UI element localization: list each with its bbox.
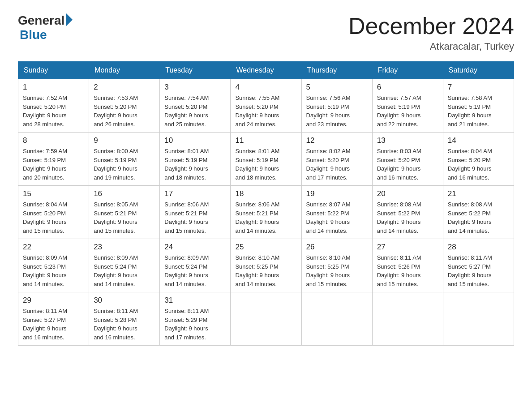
column-header-saturday: Saturday <box>443 62 514 79</box>
day-info: Sunrise: 8:09 AMSunset: 5:23 PMDaylight:… <box>23 253 84 288</box>
day-info: Sunrise: 7:53 AMSunset: 5:20 PMDaylight:… <box>94 94 155 128</box>
calendar-cell: 26Sunrise: 8:10 AMSunset: 5:25 PMDayligh… <box>301 239 372 292</box>
calendar-cell: 13Sunrise: 8:03 AMSunset: 5:20 PMDayligh… <box>372 133 443 186</box>
column-header-sunday: Sunday <box>18 62 89 79</box>
column-header-monday: Monday <box>89 62 160 79</box>
day-info: Sunrise: 8:01 AMSunset: 5:19 PMDaylight:… <box>235 147 296 182</box>
day-info: Sunrise: 7:58 AMSunset: 5:19 PMDaylight:… <box>448 94 509 128</box>
day-number: 28 <box>448 243 509 252</box>
day-info: Sunrise: 7:54 AMSunset: 5:20 PMDaylight:… <box>164 94 226 128</box>
day-info: Sunrise: 7:56 AMSunset: 5:19 PMDaylight:… <box>306 94 368 128</box>
day-info: Sunrise: 8:08 AMSunset: 5:22 PMDaylight:… <box>448 200 509 235</box>
calendar-cell <box>372 292 443 346</box>
day-info: Sunrise: 8:10 AMSunset: 5:25 PMDaylight:… <box>235 253 296 288</box>
calendar-cell: 23Sunrise: 8:09 AMSunset: 5:24 PMDayligh… <box>89 239 160 292</box>
calendar-table: SundayMondayTuesdayWednesdayThursdayFrid… <box>18 61 514 346</box>
logo-general-text: General <box>18 13 64 28</box>
day-info: Sunrise: 8:06 AMSunset: 5:21 PMDaylight:… <box>164 200 226 235</box>
day-number: 30 <box>94 296 155 305</box>
day-number: 13 <box>377 136 438 145</box>
logo-text: General <box>18 13 73 28</box>
day-number: 27 <box>377 243 438 252</box>
calendar-cell: 21Sunrise: 8:08 AMSunset: 5:22 PMDayligh… <box>443 186 514 239</box>
location-text: Atkaracalar, Turkey <box>348 41 514 52</box>
calendar-week-row: 22Sunrise: 8:09 AMSunset: 5:23 PMDayligh… <box>18 239 514 292</box>
calendar-cell: 10Sunrise: 8:01 AMSunset: 5:19 PMDayligh… <box>160 133 231 186</box>
day-number: 12 <box>306 136 368 145</box>
calendar-cell: 14Sunrise: 8:04 AMSunset: 5:20 PMDayligh… <box>443 133 514 186</box>
column-header-thursday: Thursday <box>301 62 372 79</box>
day-info: Sunrise: 8:11 AMSunset: 5:27 PMDaylight:… <box>448 253 509 288</box>
calendar-cell: 31Sunrise: 8:11 AMSunset: 5:29 PMDayligh… <box>160 292 231 346</box>
day-number: 15 <box>23 189 84 198</box>
day-info: Sunrise: 8:05 AMSunset: 5:21 PMDaylight:… <box>94 200 155 235</box>
calendar-cell: 28Sunrise: 8:11 AMSunset: 5:27 PMDayligh… <box>443 239 514 292</box>
logo: General Blue <box>18 13 73 42</box>
day-info: Sunrise: 8:11 AMSunset: 5:28 PMDaylight:… <box>94 307 155 342</box>
day-info: Sunrise: 7:59 AMSunset: 5:19 PMDaylight:… <box>23 147 84 182</box>
calendar-week-row: 1Sunrise: 7:52 AMSunset: 5:20 PMDaylight… <box>18 79 514 133</box>
day-info: Sunrise: 8:11 AMSunset: 5:27 PMDaylight:… <box>23 307 84 342</box>
day-info: Sunrise: 7:57 AMSunset: 5:19 PMDaylight:… <box>377 94 438 128</box>
day-number: 6 <box>377 83 438 92</box>
calendar-cell: 6Sunrise: 7:57 AMSunset: 5:19 PMDaylight… <box>372 79 443 133</box>
day-number: 18 <box>235 189 296 198</box>
calendar-cell: 29Sunrise: 8:11 AMSunset: 5:27 PMDayligh… <box>18 292 89 346</box>
day-info: Sunrise: 8:04 AMSunset: 5:20 PMDaylight:… <box>23 200 84 235</box>
calendar-cell: 30Sunrise: 8:11 AMSunset: 5:28 PMDayligh… <box>89 292 160 346</box>
day-number: 10 <box>164 136 226 145</box>
calendar-cell: 18Sunrise: 8:06 AMSunset: 5:21 PMDayligh… <box>231 186 301 239</box>
calendar-cell: 9Sunrise: 8:00 AMSunset: 5:19 PMDaylight… <box>89 133 160 186</box>
day-info: Sunrise: 8:03 AMSunset: 5:20 PMDaylight:… <box>377 147 438 182</box>
day-info: Sunrise: 8:08 AMSunset: 5:22 PMDaylight:… <box>377 200 438 235</box>
title-section: December 2024 Atkaracalar, Turkey <box>348 13 514 52</box>
calendar-cell: 8Sunrise: 7:59 AMSunset: 5:19 PMDaylight… <box>18 133 89 186</box>
calendar-cell: 24Sunrise: 8:09 AMSunset: 5:24 PMDayligh… <box>160 239 231 292</box>
logo-blue-text: Blue <box>20 28 47 42</box>
calendar-cell: 20Sunrise: 8:08 AMSunset: 5:22 PMDayligh… <box>372 186 443 239</box>
day-number: 17 <box>164 189 226 198</box>
day-number: 7 <box>448 83 509 92</box>
day-number: 2 <box>94 83 155 92</box>
calendar-cell: 22Sunrise: 8:09 AMSunset: 5:23 PMDayligh… <box>18 239 89 292</box>
day-info: Sunrise: 8:07 AMSunset: 5:22 PMDaylight:… <box>306 200 368 235</box>
calendar-cell: 1Sunrise: 7:52 AMSunset: 5:20 PMDaylight… <box>18 79 89 133</box>
calendar-cell: 25Sunrise: 8:10 AMSunset: 5:25 PMDayligh… <box>231 239 301 292</box>
day-number: 16 <box>94 189 155 198</box>
day-number: 1 <box>23 83 84 92</box>
day-info: Sunrise: 8:01 AMSunset: 5:19 PMDaylight:… <box>164 147 226 182</box>
day-number: 29 <box>23 296 84 305</box>
calendar-week-row: 15Sunrise: 8:04 AMSunset: 5:20 PMDayligh… <box>18 186 514 239</box>
calendar-cell: 17Sunrise: 8:06 AMSunset: 5:21 PMDayligh… <box>160 186 231 239</box>
calendar-cell: 3Sunrise: 7:54 AMSunset: 5:20 PMDaylight… <box>160 79 231 133</box>
day-info: Sunrise: 8:09 AMSunset: 5:24 PMDaylight:… <box>164 253 226 288</box>
day-info: Sunrise: 8:02 AMSunset: 5:20 PMDaylight:… <box>306 147 368 182</box>
day-number: 26 <box>306 243 368 252</box>
day-info: Sunrise: 7:52 AMSunset: 5:20 PMDaylight:… <box>23 94 84 128</box>
day-info: Sunrise: 8:10 AMSunset: 5:25 PMDaylight:… <box>306 253 368 288</box>
column-header-wednesday: Wednesday <box>231 62 301 79</box>
calendar-cell: 4Sunrise: 7:55 AMSunset: 5:20 PMDaylight… <box>231 79 301 133</box>
day-number: 24 <box>164 243 226 252</box>
calendar-week-row: 29Sunrise: 8:11 AMSunset: 5:27 PMDayligh… <box>18 292 514 346</box>
month-title: December 2024 <box>348 13 514 39</box>
day-number: 14 <box>448 136 509 145</box>
day-info: Sunrise: 8:11 AMSunset: 5:29 PMDaylight:… <box>164 307 226 342</box>
calendar-header-row: SundayMondayTuesdayWednesdayThursdayFrid… <box>18 62 514 79</box>
day-number: 25 <box>235 243 296 252</box>
day-number: 20 <box>377 189 438 198</box>
calendar-cell: 2Sunrise: 7:53 AMSunset: 5:20 PMDaylight… <box>89 79 160 133</box>
calendar-cell: 5Sunrise: 7:56 AMSunset: 5:19 PMDaylight… <box>301 79 372 133</box>
day-number: 5 <box>306 83 368 92</box>
day-number: 21 <box>448 189 509 198</box>
day-number: 23 <box>94 243 155 252</box>
day-info: Sunrise: 8:00 AMSunset: 5:19 PMDaylight:… <box>94 147 155 182</box>
day-info: Sunrise: 8:11 AMSunset: 5:26 PMDaylight:… <box>377 253 438 288</box>
calendar-cell: 7Sunrise: 7:58 AMSunset: 5:19 PMDaylight… <box>443 79 514 133</box>
calendar-cell: 12Sunrise: 8:02 AMSunset: 5:20 PMDayligh… <box>301 133 372 186</box>
day-number: 9 <box>94 136 155 145</box>
logo-arrow-icon <box>66 13 73 26</box>
calendar-cell: 27Sunrise: 8:11 AMSunset: 5:26 PMDayligh… <box>372 239 443 292</box>
day-number: 11 <box>235 136 296 145</box>
day-info: Sunrise: 8:04 AMSunset: 5:20 PMDaylight:… <box>448 147 509 182</box>
